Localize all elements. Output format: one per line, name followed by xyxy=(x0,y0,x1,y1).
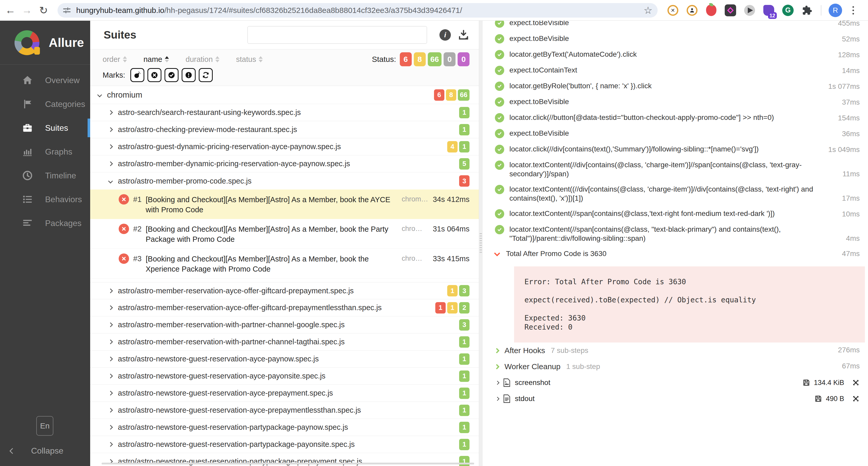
spec-name: astro/astro-member-reservation-with-part… xyxy=(118,338,345,346)
badge-passed: 1 xyxy=(459,370,469,382)
status-badge-broken[interactable]: 8 xyxy=(414,52,426,66)
step-row[interactable]: locator.textContent(//span[contains(@cla… xyxy=(495,206,868,222)
step-row[interactable]: locator.getByRole('button', { name: 'x' … xyxy=(495,78,868,94)
tree-group-chromium[interactable]: chromium 6 8 66 xyxy=(90,86,479,104)
language-button[interactable]: En xyxy=(36,416,53,436)
step-row[interactable]: expect.toBeVisible 37ms xyxy=(495,94,868,110)
tree-row[interactable]: astro/astro-newstore-guest-reservation-p… xyxy=(90,419,479,436)
step-duration: 11ms xyxy=(843,169,860,178)
browser-back-icon[interactable]: ← xyxy=(2,4,19,16)
sidebar-item-overview[interactable]: Overview xyxy=(0,68,90,92)
test-row-selected[interactable]: #1 [Booking and Checkout][As Member][Ast… xyxy=(90,190,479,219)
tree-row[interactable]: astro/astro-checking-preview-mode-restau… xyxy=(90,121,479,138)
info-icon[interactable]: i xyxy=(439,29,451,41)
badge-passed: 2 xyxy=(459,302,469,313)
tree-row[interactable]: astro/astro-guest-dynamic-pricing-reserv… xyxy=(90,138,479,155)
tree-row[interactable]: astro-search/search-restaurant-using-key… xyxy=(90,104,479,121)
bookmark-star-icon[interactable]: ☆ xyxy=(644,5,652,16)
extension-graphql-icon[interactable] xyxy=(724,4,736,16)
attachment-row-stdout[interactable]: stdout 490 B xyxy=(495,391,868,407)
test-row[interactable]: #2 [Booking and Checkout][As Member][Ast… xyxy=(90,219,479,249)
tree-row[interactable]: astro/astro-newstore-guest-reservation-a… xyxy=(90,368,479,385)
sort-status[interactable]: status xyxy=(236,55,263,64)
attachment-row-screenshot[interactable]: screenshot 134.4 KiB xyxy=(495,375,868,391)
sidebar-item-suites[interactable]: Suites xyxy=(0,116,90,140)
failed-step-row[interactable]: Total After Promo Code is 3630 47ms xyxy=(495,246,868,261)
expand-icon[interactable] xyxy=(852,379,860,387)
mark-retry-button[interactable] xyxy=(199,68,213,82)
step-duration: 36ms xyxy=(842,129,860,138)
mark-passed-button[interactable] xyxy=(164,68,179,82)
expand-icon[interactable] xyxy=(852,395,860,403)
search-input[interactable] xyxy=(247,26,427,44)
collapse-button[interactable]: Collapse xyxy=(0,446,90,456)
mark-failed-button[interactable] xyxy=(148,68,161,82)
tree-row[interactable]: astro/astro-newstore-guest-reservation-a… xyxy=(90,351,479,368)
step-row[interactable]: locator.textContent((//div[contains(@cla… xyxy=(495,181,868,206)
sort-order[interactable]: order xyxy=(103,55,127,64)
sidebar-item-categories[interactable]: Categories xyxy=(0,92,90,116)
browser-reload-icon[interactable]: ↻ xyxy=(35,4,52,16)
extensions-puzzle-icon[interactable] xyxy=(801,4,813,16)
passed-check-icon xyxy=(495,161,504,170)
step-row[interactable]: locator.click(//div[contains(text(),'Sum… xyxy=(495,141,868,157)
site-settings-icon[interactable] xyxy=(61,5,72,16)
worker-cleanup-row[interactable]: Worker Cleanup 1 sub-step 67ms xyxy=(495,359,868,375)
extension-strawberry-icon[interactable] xyxy=(705,4,717,16)
spec-name: astro/astro-guest-dynamic-pricing-reserv… xyxy=(118,142,341,151)
chevron-right-icon xyxy=(495,380,500,385)
toolbar-separator xyxy=(821,5,822,15)
step-row[interactable]: expect.toContainText 14ms xyxy=(495,62,868,78)
sidebar-item-label: Behaviors xyxy=(45,195,82,204)
status-badge-failed[interactable]: 6 xyxy=(400,52,412,66)
tree-row[interactable]: astro/astro-newstore-guest-reservation-a… xyxy=(90,385,479,402)
step-row[interactable]: expect.toBeVisible 52ms xyxy=(495,31,868,46)
extension-counter-icon[interactable]: 12 xyxy=(763,4,775,16)
tree-row[interactable]: astro/astro-member-reservation-ayce-offe… xyxy=(90,299,479,317)
step-row[interactable]: locator.textContent(//span[contains(@cla… xyxy=(495,222,868,246)
tree-row[interactable]: astro/astro-newstore-guest-reservation-a… xyxy=(90,402,479,419)
status-badge-passed[interactable]: 66 xyxy=(428,52,441,66)
browser-forward-icon[interactable]: → xyxy=(19,4,35,16)
extension-blocker-icon[interactable]: ✕ xyxy=(667,4,679,16)
tree-row[interactable]: astro/astro-member-dynamic-pricing-reser… xyxy=(90,155,479,172)
badge-passed: 1 xyxy=(459,107,469,118)
panel-splitter[interactable] xyxy=(479,21,483,466)
sort-duration[interactable]: duration xyxy=(186,55,219,64)
sidebar-item-graphs[interactable]: Graphs xyxy=(0,140,90,164)
tree-row-expanded[interactable]: astro/astro-member-promo-code.spec.js 3 xyxy=(90,172,479,190)
badge-broken: 1 xyxy=(447,285,458,296)
after-hooks-row[interactable]: After Hooks 7 sub-steps 276ms xyxy=(495,342,868,359)
status-badge-skipped[interactable]: 0 xyxy=(443,52,456,66)
tree-row[interactable]: astro/astro-member-reservation-with-part… xyxy=(90,317,479,333)
sidebar-item-timeline[interactable]: Timeline xyxy=(0,164,90,188)
mark-broken-button[interactable] xyxy=(182,68,196,82)
extension-recorder-icon[interactable] xyxy=(686,4,698,16)
grammarly-icon[interactable]: G xyxy=(782,4,794,16)
profile-avatar[interactable]: R xyxy=(829,4,842,17)
sort-name[interactable]: name xyxy=(144,55,169,64)
status-label: Status: xyxy=(372,55,396,64)
tree-row[interactable]: astro/astro-member-reservation-with-part… xyxy=(90,333,479,351)
step-row[interactable]: locator.getByText('AutomateCode').click … xyxy=(495,46,868,62)
horizontal-scrollbar[interactable] xyxy=(101,463,474,464)
extension-play-icon[interactable] xyxy=(744,4,755,16)
browser-menu-icon[interactable] xyxy=(850,6,857,14)
badge-passed: 5 xyxy=(459,158,469,170)
chevron-down-red-icon xyxy=(494,250,500,256)
text-file-icon xyxy=(503,394,511,403)
sidebar-item-behaviors[interactable]: Behaviors xyxy=(0,188,90,211)
sidebar-item-packages[interactable]: Packages xyxy=(0,211,90,235)
tree-row[interactable]: astro/astro-member-reservation-ayce-offe… xyxy=(90,282,479,299)
address-bar[interactable]: hungryhub-team.github.io/hh-pegasus/1724… xyxy=(58,3,658,18)
tree-row[interactable]: astro/astro-newstore-guest-reservation-p… xyxy=(90,436,479,453)
step-row[interactable]: locator.click(//button[@data-testid="but… xyxy=(495,110,868,126)
step-row[interactable]: expect.toBeVisible 36ms xyxy=(495,126,868,141)
test-row[interactable]: #3 [Booking and Checkout][As Member][Ast… xyxy=(90,249,479,278)
status-badge-unknown[interactable]: 0 xyxy=(458,52,469,66)
mark-bomb-button[interactable] xyxy=(130,68,144,82)
step-name: locator.getByText('AutomateCode').click xyxy=(509,50,637,59)
download-icon[interactable] xyxy=(458,29,469,41)
step-row[interactable]: expect.toBeVisible 455ms xyxy=(495,21,868,31)
step-row[interactable]: locator.textContent(//div[contains(@clas… xyxy=(495,157,868,181)
